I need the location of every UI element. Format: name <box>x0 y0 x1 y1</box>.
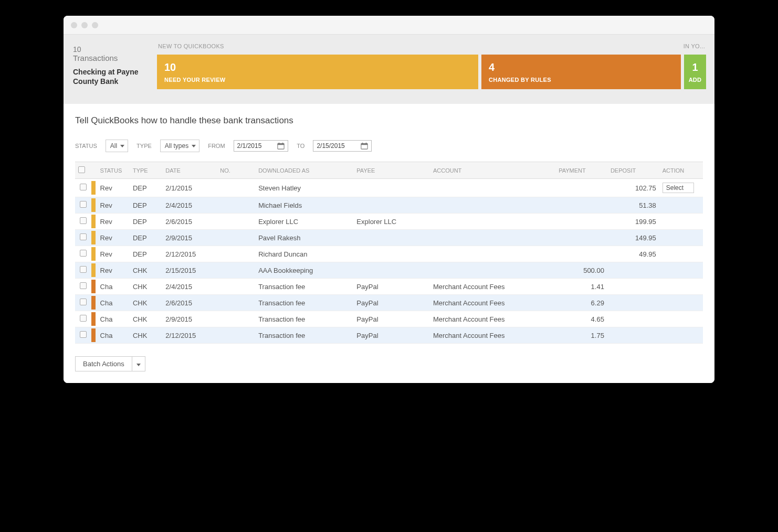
cell-downloaded: Richard Duncan <box>255 246 353 262</box>
cell-payment <box>555 246 607 262</box>
cell-status: Rev <box>97 197 130 214</box>
cell-account: Merchant Account Fees <box>430 327 555 344</box>
table-row[interactable]: ChaCHK2/4/2015Transaction feePayPalMerch… <box>75 279 703 295</box>
table-row[interactable]: ChaCHK2/6/2015Transaction feePayPalMerch… <box>75 295 703 311</box>
cell-action[interactable] <box>659 311 703 327</box>
filter-status-select[interactable]: All <box>106 140 128 152</box>
cell-payee: PayPal <box>353 327 430 344</box>
cell-date: 2/4/2015 <box>162 279 217 295</box>
cell-status: Cha <box>97 279 130 295</box>
table-row[interactable]: RevDEP2/1/2015Steven Hatley102.75Select <box>75 179 703 197</box>
cell-action[interactable] <box>659 214 703 230</box>
cell-deposit: 149.95 <box>607 230 659 246</box>
cell-no <box>217 262 255 279</box>
cell-downloaded: Transaction fee <box>255 295 353 311</box>
tile-need-review[interactable]: 10 NEED YOUR REVIEW <box>157 55 478 89</box>
transaction-count-label: Transactions <box>73 54 150 62</box>
cell-action[interactable] <box>659 230 703 246</box>
row-checkbox[interactable] <box>80 217 87 224</box>
col-payment[interactable]: PAYMENT <box>555 162 607 179</box>
window-max-dot[interactable] <box>92 22 98 28</box>
cell-payment: 6.29 <box>555 295 607 311</box>
table-row[interactable]: RevDEP2/9/2015Pavel Rakesh149.95 <box>75 230 703 246</box>
cell-date: 2/12/2015 <box>162 327 217 344</box>
cell-status: Rev <box>97 179 130 197</box>
col-deposit[interactable]: DEPOSIT <box>607 162 659 179</box>
cell-deposit: 199.95 <box>607 214 659 230</box>
col-downloaded[interactable]: DOWNLOADED AS <box>255 162 353 179</box>
row-checkbox[interactable] <box>80 266 87 273</box>
cell-no <box>217 295 255 311</box>
tiles-area: NEW TO QUICKBOOKS IN YO... 10 NEED YOUR … <box>157 42 706 89</box>
window-min-dot[interactable] <box>81 22 88 28</box>
app-window: 10 Transactions Checking at Payne County… <box>64 16 714 383</box>
col-payee[interactable]: PAYEE <box>353 162 430 179</box>
row-checkbox[interactable] <box>80 250 87 257</box>
cell-payee <box>353 246 430 262</box>
table-row[interactable]: ChaCHK2/12/2015Transaction feePayPalMerc… <box>75 327 703 344</box>
cell-action[interactable] <box>659 327 703 344</box>
cell-no <box>217 327 255 344</box>
cell-action[interactable]: Select <box>659 179 703 197</box>
row-checkbox[interactable] <box>80 282 87 289</box>
col-status[interactable]: STATUS <box>97 162 130 179</box>
cell-account <box>430 230 555 246</box>
row-checkbox[interactable] <box>80 201 87 208</box>
cell-status: Cha <box>97 311 130 327</box>
col-type[interactable]: TYPE <box>130 162 162 179</box>
cell-payment <box>555 197 607 214</box>
select-all-checkbox[interactable] <box>78 166 85 173</box>
table-row[interactable]: RevDEP2/4/2015Michael Fields51.38 <box>75 197 703 214</box>
row-checkbox[interactable] <box>80 184 87 190</box>
summary-header: 10 Transactions Checking at Payne County… <box>64 35 714 104</box>
status-color-bar <box>91 215 96 228</box>
cell-action[interactable] <box>659 262 703 279</box>
cell-action[interactable] <box>659 295 703 311</box>
table-row[interactable]: RevDEP2/12/2015Richard Duncan49.95 <box>75 246 703 262</box>
table-row[interactable]: RevDEP2/6/2015Explorer LLCExplorer LLC19… <box>75 214 703 230</box>
cell-account <box>430 197 555 214</box>
cell-payee <box>353 262 430 279</box>
titlebar <box>64 16 714 35</box>
cell-action[interactable] <box>659 197 703 214</box>
tile-changed-by-rules[interactable]: 4 CHANGED BY RULES <box>481 55 681 89</box>
cell-downloaded: AAA Bookkeeping <box>255 262 353 279</box>
filter-bar: STATUS All TYPE All types FROM 2/1/2015 … <box>75 140 703 152</box>
cell-date: 2/12/2015 <box>162 246 217 262</box>
cell-action[interactable] <box>659 279 703 295</box>
window-close-dot[interactable] <box>71 22 77 28</box>
row-checkbox[interactable] <box>80 299 87 305</box>
col-no[interactable]: NO. <box>217 162 255 179</box>
cell-payment <box>555 230 607 246</box>
cell-payment <box>555 179 607 197</box>
col-account[interactable]: ACCOUNT <box>430 162 555 179</box>
tile-add[interactable]: 1 ADD <box>684 55 706 89</box>
table-row[interactable]: ChaCHK2/9/2015Transaction feePayPalMerch… <box>75 311 703 327</box>
table-row[interactable]: RevCHK2/15/2015AAA Bookkeeping500.00 <box>75 262 703 279</box>
cell-action[interactable] <box>659 246 703 262</box>
calendar-icon <box>361 142 368 150</box>
footer: Batch Actions <box>64 349 714 383</box>
cell-type: CHK <box>130 279 162 295</box>
row-checkbox[interactable] <box>80 233 87 240</box>
filter-from-date[interactable]: 2/1/2015 <box>234 140 289 152</box>
filter-type-select[interactable]: All types <box>160 140 199 152</box>
col-date[interactable]: DATE <box>162 162 217 179</box>
in-your-label: IN YO... <box>684 43 705 49</box>
row-checkbox[interactable] <box>80 315 87 322</box>
col-action[interactable]: ACTION <box>659 162 703 179</box>
cell-payee: Explorer LLC <box>353 214 430 230</box>
svg-rect-3 <box>282 143 283 144</box>
action-select[interactable]: Select <box>663 183 694 193</box>
row-checkbox[interactable] <box>80 331 87 338</box>
table-header-row: STATUS TYPE DATE NO. DOWNLOADED AS PAYEE… <box>75 162 703 179</box>
tile-review-count: 10 <box>164 61 471 73</box>
cell-no <box>217 279 255 295</box>
cell-status: Rev <box>97 230 130 246</box>
cell-date: 2/15/2015 <box>162 262 217 279</box>
cell-deposit: 51.38 <box>607 197 659 214</box>
cell-account: Merchant Account Fees <box>430 279 555 295</box>
batch-actions-dropdown[interactable]: Batch Actions <box>75 356 145 371</box>
account-summary: 10 Transactions Checking at Payne County… <box>66 42 154 89</box>
filter-to-date[interactable]: 2/15/2015 <box>313 140 371 152</box>
